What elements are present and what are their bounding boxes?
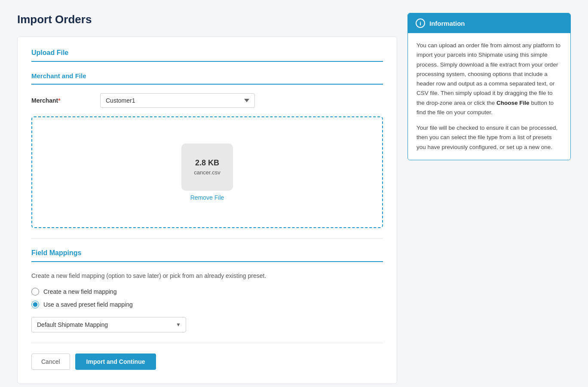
info-card-header: i Information	[408, 13, 570, 33]
page-title: Import Orders	[17, 13, 397, 26]
upload-file-section: Upload File Merchant and File Merchant* …	[31, 49, 383, 370]
merchant-form-group: Merchant* Customer1 Customer2	[31, 93, 383, 108]
section-divider-1	[31, 238, 383, 239]
merchant-file-subsection: Merchant and File Merchant* Customer1 Cu…	[31, 72, 383, 228]
info-paragraph-1: You can upload an order file from almost…	[416, 41, 562, 117]
merchant-file-subtitle: Merchant and File	[31, 72, 383, 85]
merchant-select[interactable]: Customer1 Customer2	[100, 93, 255, 108]
info-panel: i Information You can upload an order fi…	[407, 13, 571, 384]
radio-new-label: Create a new field mapping	[43, 288, 116, 295]
section-divider-2	[31, 343, 383, 343]
info-icon: i	[416, 18, 425, 28]
field-mappings-title: Field Mappings	[31, 249, 383, 262]
upload-file-section-title: Upload File	[31, 49, 383, 62]
action-buttons: Cancel Import and Continue	[31, 353, 383, 370]
radio-saved-label: Use a saved preset field mapping	[43, 301, 133, 308]
upload-card: Upload File Merchant and File Merchant* …	[17, 37, 397, 384]
remove-file-link[interactable]: Remove File	[190, 194, 224, 201]
merchant-label: Merchant*	[31, 97, 100, 104]
merchant-required-star: *	[58, 97, 60, 104]
info-header-title: Information	[429, 20, 465, 27]
preset-select-wrapper: Default Shipmate Mapping Custom Mapping …	[31, 317, 186, 332]
info-card-body: You can upload an order file from almost…	[408, 33, 570, 160]
info-paragraph-2: Your file will be checked to ensure it c…	[416, 123, 562, 152]
choose-file-bold: Choose File	[496, 100, 530, 106]
radio-new-input[interactable]	[31, 288, 39, 296]
file-dropzone[interactable]: 2.8 KB cancer.csv Remove File	[31, 116, 383, 228]
field-mappings-section: Field Mappings Create a new field mappin…	[31, 249, 383, 332]
merchant-select-wrapper: Customer1 Customer2	[100, 93, 255, 108]
radio-group: Create a new field mapping Use a saved p…	[31, 288, 383, 308]
radio-new-mapping[interactable]: Create a new field mapping	[31, 288, 383, 296]
file-size: 2.8 KB	[195, 158, 219, 168]
file-icon: 2.8 KB cancer.csv	[181, 143, 233, 191]
info-card: i Information You can upload an order fi…	[407, 13, 571, 160]
cancel-button[interactable]: Cancel	[31, 353, 70, 370]
mapping-description: Create a new field mapping (option to sa…	[31, 272, 383, 279]
file-preview: 2.8 KB cancer.csv Remove File	[181, 143, 233, 201]
radio-saved-mapping[interactable]: Use a saved preset field mapping	[31, 301, 383, 308]
main-content: Import Orders Upload File Merchant and F…	[17, 13, 397, 384]
radio-saved-input[interactable]	[31, 301, 39, 308]
file-name: cancer.csv	[194, 169, 220, 176]
preset-select[interactable]: Default Shipmate Mapping Custom Mapping …	[31, 317, 186, 332]
import-button[interactable]: Import and Continue	[75, 353, 156, 370]
